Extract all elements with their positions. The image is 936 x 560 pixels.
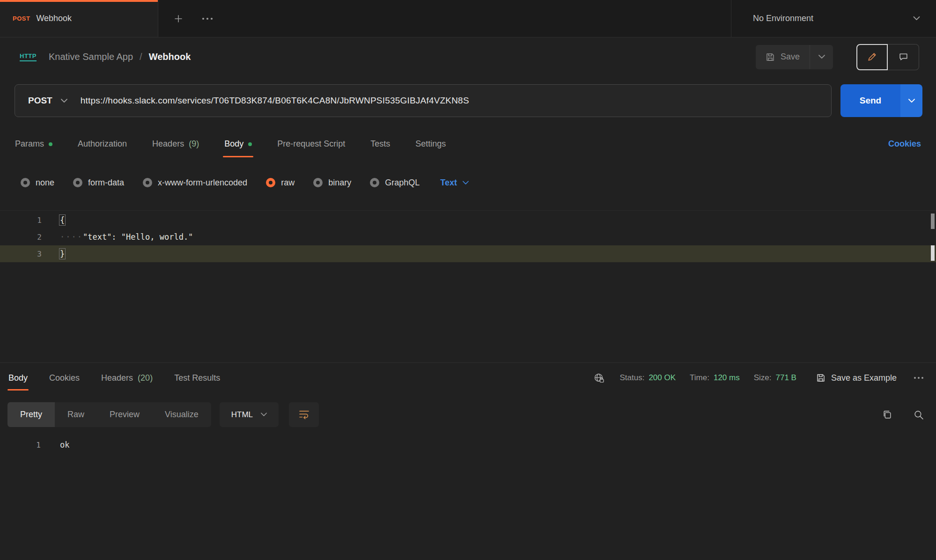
- request-body-editor[interactable]: 1 { 2 ····"text": "Hello, world." 3 }: [0, 210, 936, 362]
- send-button-group: Send: [840, 84, 922, 117]
- wrap-lines-button[interactable]: [289, 402, 319, 427]
- comments-button[interactable]: [888, 44, 919, 70]
- tab-headers[interactable]: Headers (9): [152, 125, 199, 162]
- line-number: 3: [0, 250, 42, 258]
- editor-line[interactable]: 1 {: [0, 212, 936, 228]
- response-header: Body Cookies Headers (20) Test Results S…: [0, 363, 936, 393]
- environment-selector[interactable]: No Environment: [731, 0, 936, 37]
- cookies-link[interactable]: Cookies: [888, 139, 921, 149]
- radio-raw[interactable]: raw: [266, 178, 295, 188]
- tab-body[interactable]: Body: [224, 125, 252, 162]
- radio-binary[interactable]: binary: [313, 178, 351, 188]
- save-options-button[interactable]: [810, 45, 833, 69]
- breadcrumb-collection[interactable]: Knative Sample App: [49, 52, 133, 62]
- response-format-selector[interactable]: HTML: [220, 402, 279, 427]
- response-tab-test-results-label: Test Results: [174, 373, 220, 383]
- radio-binary-label: binary: [328, 178, 351, 188]
- ellipsis-icon: [914, 376, 924, 379]
- response-view-toolbar: Pretty Raw Preview Visualize HTML: [0, 402, 936, 427]
- chevron-down-icon: [908, 99, 915, 103]
- response-tools: [882, 410, 924, 420]
- tab-tests[interactable]: Tests: [370, 125, 390, 162]
- status-label: Status:: [619, 373, 644, 383]
- view-mode-visualize[interactable]: Visualize: [152, 402, 211, 427]
- response-tab-body[interactable]: Body: [8, 363, 28, 393]
- json-code: "text": "Hello, world.": [83, 232, 193, 242]
- ellipsis-icon: [202, 17, 213, 20]
- save-button-label: Save: [781, 52, 800, 62]
- copy-response-button[interactable]: [882, 410, 892, 420]
- body-modified-dot: [248, 142, 252, 146]
- tab-authorization[interactable]: Authorization: [78, 125, 127, 162]
- radio-circle-icon: [370, 178, 379, 187]
- tab-tests-label: Tests: [370, 139, 390, 149]
- size-label: Size:: [754, 373, 772, 383]
- breadcrumb-request-name[interactable]: Webhook: [149, 52, 191, 62]
- response-tab-cookies[interactable]: Cookies: [49, 363, 80, 393]
- postman-app: POST Webhook No Environment HTTP Knative…: [0, 0, 936, 454]
- save-as-example-button[interactable]: Save as Example: [816, 373, 897, 383]
- view-mode-raw[interactable]: Raw: [55, 402, 97, 427]
- radio-form-data[interactable]: form-data: [73, 178, 124, 188]
- tab-settings-label: Settings: [415, 139, 446, 149]
- radio-selected-icon: [266, 178, 275, 187]
- editor-scrollbar[interactable]: [931, 211, 935, 362]
- view-mode-pretty[interactable]: Pretty: [7, 402, 55, 427]
- url-input[interactable]: https://hooks.slack.com/services/T06TD83…: [81, 96, 831, 106]
- save-icon: [766, 52, 775, 62]
- search-response-button[interactable]: [914, 410, 924, 420]
- http-protocol-icon: HTTP: [20, 52, 37, 61]
- tab-params-label: Params: [15, 139, 44, 149]
- response-tab-test-results[interactable]: Test Results: [174, 363, 220, 393]
- radio-urlencoded[interactable]: x-www-form-urlencoded: [143, 178, 247, 188]
- radio-none[interactable]: none: [21, 178, 54, 188]
- request-tab-webhook[interactable]: POST Webhook: [0, 0, 158, 37]
- response-format-label: HTML: [231, 410, 253, 420]
- send-options-button[interactable]: [900, 84, 922, 117]
- tab-params[interactable]: Params: [15, 125, 52, 162]
- chevron-down-icon: [818, 55, 825, 59]
- whitespace-dots: ····: [60, 232, 83, 242]
- editor-line[interactable]: 2 ····"text": "Hello, world.": [0, 228, 936, 245]
- tab-body-label: Body: [224, 139, 243, 149]
- breadcrumb: Knative Sample App / Webhook: [49, 52, 191, 62]
- save-button[interactable]: Save: [756, 45, 810, 69]
- environment-label: No Environment: [753, 14, 813, 23]
- editor-line-current[interactable]: 3 }: [0, 245, 936, 262]
- response-tab-headers[interactable]: Headers (20): [101, 363, 153, 393]
- save-button-group: Save: [756, 45, 833, 69]
- response-body-viewer[interactable]: 1 ok: [0, 435, 936, 454]
- edit-documentation-button[interactable]: [856, 44, 888, 70]
- radio-graphql[interactable]: GraphQL: [370, 178, 420, 188]
- line-number: 1: [0, 216, 42, 225]
- radio-circle-icon: [143, 178, 152, 187]
- view-mode-switch: Pretty Raw Preview Visualize: [7, 402, 211, 427]
- method-label: POST: [28, 96, 52, 106]
- comment-icon: [899, 52, 908, 62]
- size-value: 771 B: [775, 373, 796, 383]
- response-headers-count-badge: (20): [138, 373, 153, 383]
- tab-prerequest-script[interactable]: Pre-request Script: [277, 125, 345, 162]
- url-bar: POST https://hooks.slack.com/services/T0…: [0, 76, 936, 125]
- time-badge: Time: 120 ms: [690, 373, 740, 383]
- tab-settings[interactable]: Settings: [415, 125, 446, 162]
- raw-language-selector[interactable]: Text: [440, 178, 469, 188]
- response-options-button[interactable]: [914, 376, 924, 379]
- radio-urlencoded-label: x-www-form-urlencoded: [158, 178, 247, 188]
- scrollbar-mark: [931, 214, 935, 229]
- response-line: 1 ok: [0, 435, 936, 454]
- network-info-icon[interactable]: [594, 373, 604, 383]
- request-actions: Save: [756, 44, 919, 70]
- radio-raw-label: raw: [281, 178, 295, 188]
- view-mode-preview[interactable]: Preview: [97, 402, 152, 427]
- method-selector[interactable]: POST: [15, 85, 81, 117]
- tab-options-button[interactable]: [193, 0, 222, 37]
- radio-none-label: none: [36, 178, 54, 188]
- send-button[interactable]: Send: [840, 84, 900, 117]
- radio-circle-icon: [313, 178, 323, 187]
- documentation-comment-group: [856, 44, 919, 70]
- request-tabs: Params Authorization Headers (9) Body Pr…: [0, 125, 936, 162]
- new-tab-button[interactable]: [164, 0, 193, 37]
- status-badge: Status: 200 OK: [619, 373, 676, 383]
- status-value: 200 OK: [649, 373, 676, 383]
